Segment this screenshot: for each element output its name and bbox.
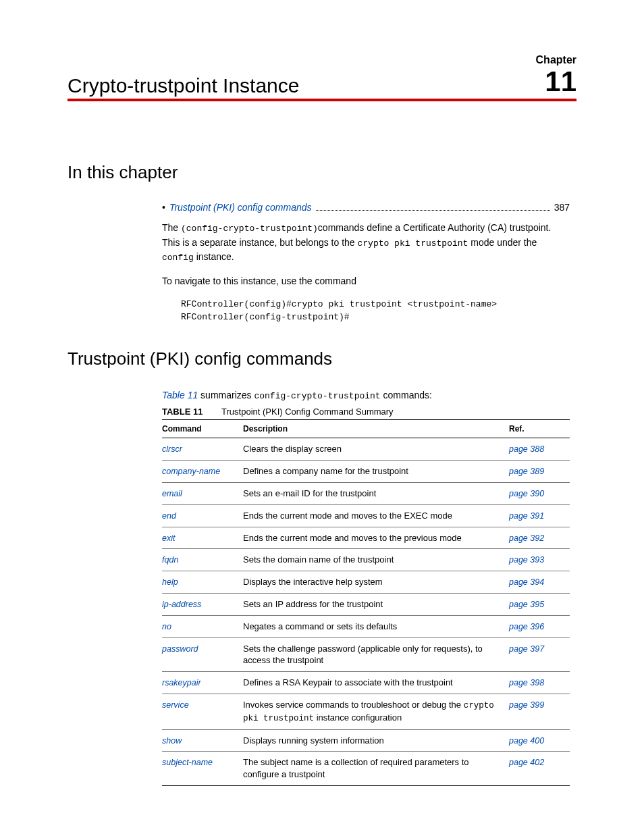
page-reference-link[interactable]: page 389 [509,467,544,476]
command-link[interactable]: fqdn [162,555,178,565]
chapter-title: Crypto-trustpoint Instance [68,76,300,96]
table-row: exitEnds the current mode and moves to t… [162,527,570,549]
section-heading-in-this-chapter: In this chapter [68,162,576,183]
toc-link-trustpoint[interactable]: Trustpoint (PKI) config commands [169,202,312,213]
code-inline: config-crypto-trustpoint [254,391,380,401]
chapter-number-block: Chapter 11 [536,54,576,96]
command-description: Displays the interactive help system [243,571,509,594]
code-line: RFController(config)#crypto pki trustpoi… [181,298,570,311]
chapter-number: 11 [536,68,576,96]
section2-body: Table 11 summarizes config-crypto-trustp… [162,388,570,786]
table-row: fqdnSets the domain name of the trustpoi… [162,549,570,571]
command-description: Clears the display screen [243,438,509,461]
command-description: Defines a company name for the trustpoin… [243,460,509,482]
table-header-description: Description [243,420,509,438]
command-description: Sets an e-mail ID for the trustpoint [243,482,509,504]
page-reference-link[interactable]: page 402 [509,758,544,767]
command-description: Defines a RSA Keypair to associate with … [243,671,509,694]
table-row: passwordSets the challenge password (app… [162,637,570,671]
page-reference-link[interactable]: page 399 [509,700,544,710]
command-summary-table: Command Description Ref. clrscrClears th… [162,419,570,786]
command-link[interactable]: service [162,700,189,710]
command-description: Sets the challenge password (applicable … [243,637,509,671]
table-row: clrscrClears the display screenpage 388 [162,438,570,461]
command-link[interactable]: help [162,577,178,587]
table-caption-label: TABLE 11 [162,407,203,417]
code-line: RFController(config-trustpoint)# [181,311,570,324]
toc-entry: • Trustpoint (PKI) config commands 387 [162,202,570,213]
table-row: endEnds the current mode and moves to th… [162,504,570,527]
table-caption: TABLE 11 Trustpoint (PKI) Config Command… [162,407,570,417]
command-description: Negates a command or sets its defaults [243,616,509,638]
section1-body: • Trustpoint (PKI) config commands 387 T… [162,202,570,324]
command-description: Sets an IP address for the trustpoint [243,594,509,616]
page-reference-link[interactable]: page 392 [509,533,544,543]
page-reference-link[interactable]: page 388 [509,444,544,454]
command-link[interactable]: subject-name [162,758,213,767]
table-header-command: Command [162,420,243,438]
command-link[interactable]: email [162,489,182,498]
page-reference-link[interactable]: page 398 [509,678,544,687]
section-heading-trustpoint-commands: Trustpoint (PKI) config commands [68,348,576,369]
page-reference-link[interactable]: page 397 [509,644,544,654]
command-link[interactable]: password [162,644,198,654]
table-row: subject-nameThe subject name is a collec… [162,752,570,785]
table-row: noNegates a command or sets its defaults… [162,616,570,638]
command-link[interactable]: no [162,622,171,631]
table-row: showDisplays running system informationp… [162,729,570,752]
table-row: helpDisplays the interactive help system… [162,571,570,594]
table-row: ip-addressSets an IP address for the tru… [162,594,570,616]
page-reference-link[interactable]: page 393 [509,555,544,565]
page-reference-link[interactable]: page 400 [509,736,544,746]
command-link[interactable]: end [162,511,176,521]
code-block: RFController(config)#crypto pki trustpoi… [181,298,570,324]
command-description: Ends the current mode and moves to the E… [243,504,509,527]
command-link[interactable]: ip-address [162,600,201,609]
page-reference-link[interactable]: page 395 [509,600,544,609]
table-row: company-nameDefines a company name for t… [162,460,570,482]
command-link[interactable]: clrscr [162,444,182,454]
chapter-label: Chapter [536,54,576,66]
command-link[interactable]: rsakeypair [162,678,201,687]
command-link[interactable]: exit [162,533,175,543]
command-description: Invokes service commands to troubleshoot… [243,694,509,729]
page-reference-link[interactable]: page 396 [509,622,544,631]
command-description: Ends the current mode and moves to the p… [243,527,509,549]
bullet-icon: • [162,202,165,213]
table-caption-title: Trustpoint (PKI) Config Command Summary [221,407,394,417]
table-row: emailSets an e-mail ID for the trustpoin… [162,482,570,504]
table-row: serviceInvokes service commands to troub… [162,694,570,729]
chapter-header: Crypto-trustpoint Instance Chapter 11 [68,54,576,101]
code-inline: config [162,253,194,263]
page-reference-link[interactable]: page 391 [509,511,544,521]
table-header-ref: Ref. [509,420,570,438]
command-description: Displays running system information [243,729,509,752]
intro-paragraph-2: To navigate to this instance, use the co… [162,274,570,288]
table-row: rsakeypairDefines a RSA Keypair to assoc… [162,671,570,694]
page-reference-link[interactable]: page 394 [509,577,544,587]
table-header-row: Command Description Ref. [162,420,570,438]
command-description: Sets the domain name of the trustpoint [243,549,509,571]
table-reference-link[interactable]: Table 11 [162,390,198,400]
intro-paragraph-1: The (config-crypto-trustpoint)commands d… [162,221,570,265]
command-link[interactable]: show [162,736,182,746]
leader-dots [316,210,550,211]
page-reference-link[interactable]: page 390 [509,489,544,498]
table-intro-text: Table 11 summarizes config-crypto-trustp… [162,388,570,403]
command-description: The subject name is a collection of requ… [243,752,509,785]
toc-page-number: 387 [554,202,570,213]
code-inline: (config-crypto-trustpoint) [181,224,318,234]
command-link[interactable]: company-name [162,467,220,476]
code-inline: crypto pki trustpoint [358,238,468,249]
